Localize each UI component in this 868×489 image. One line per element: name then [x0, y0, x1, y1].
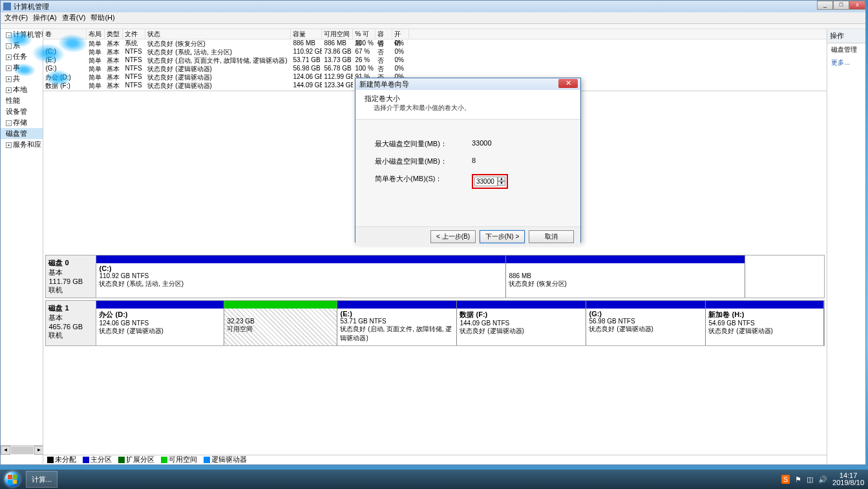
window-title: 计算机管理 [14, 2, 49, 12]
partition[interactable]: 886 MB状态良好 (恢复分区) [506, 255, 745, 298]
wizard-next-button[interactable]: 下一步(N) > [480, 230, 525, 243]
taskbar: 计算... S ⚑ ◫ 🔊 14:17 2019/8/10 [0, 470, 868, 489]
tree-item[interactable]: +服务和应 [1, 139, 43, 150]
wizard-titlebar[interactable]: 新建简单卷向导 ✕ [355, 78, 580, 90]
expand-icon[interactable]: - [6, 32, 12, 38]
menubar: 文件(F) 操作(A) 查看(V) 帮助(H) [1, 12, 865, 24]
toolbar [1, 24, 865, 29]
legend-swatch-primary [83, 457, 89, 463]
legend-label: 逻辑驱动器 [211, 455, 247, 463]
scroll-left-button[interactable]: ◄ [1, 446, 10, 455]
col-overhead[interactable]: 开销 [392, 29, 409, 39]
tree-scrollbar[interactable]: ◄ ► [1, 445, 43, 455]
menu-file[interactable]: 文件(F) [3, 13, 29, 23]
col-volume[interactable]: 卷 [43, 29, 87, 39]
disk-label[interactable]: 磁盘 1 基本 465.76 GB 联机 [46, 301, 96, 345]
disk-label[interactable]: 磁盘 0 基本 111.79 GB 联机 [46, 255, 96, 298]
expand-icon[interactable]: + [6, 65, 12, 71]
volume-row[interactable]: (C:)简单基本NTFS状态良好 (系统, 活动, 主分区)110.92 GB7… [43, 48, 827, 56]
spinner-down-button[interactable]: ▼ [498, 181, 505, 186]
wizard-max-value: 33000 [472, 139, 492, 149]
tree-item-disk-management[interactable]: 磁盘管 [1, 128, 43, 139]
legend-label: 未分配 [55, 455, 76, 463]
expand-icon[interactable]: + [6, 76, 12, 82]
tree-item[interactable]: 设备管 [1, 106, 43, 117]
tree-item[interactable]: 性能 [1, 95, 43, 106]
partition[interactable]: (E:)53.71 GB NTFS状态良好 (启动, 页面文件, 故障转储, 逻… [337, 301, 457, 345]
legend-swatch-logical [204, 457, 210, 463]
col-fault[interactable]: 容错 [376, 29, 392, 39]
wizard-min-value: 8 [472, 157, 476, 166]
partition[interactable]: 数据 (F:)144.09 GB NTFS状态良好 (逻辑驱动器) [457, 301, 586, 345]
wizard-dialog: 新建简单卷向导 ✕ 指定卷大小 选择介于最大和最小值的卷大小。 最大磁盘空间量(… [355, 78, 581, 243]
legend-swatch-extended [118, 457, 125, 463]
scroll-right-button[interactable]: ► [34, 446, 43, 455]
volume-row[interactable]: 简单基本状态良好 (恢复分区)886 MB886 MB100 %否0% [43, 39, 827, 48]
maximize-button[interactable]: □ [833, 1, 849, 10]
col-layout[interactable]: 布局 [87, 29, 105, 39]
expand-icon[interactable]: - [6, 120, 12, 126]
col-free[interactable]: 可用空间 [322, 29, 353, 39]
actions-more[interactable]: 更多... [827, 56, 865, 69]
volume-row[interactable]: (E:)简单基本NTFS状态良好 (启动, 页面文件, 故障转储, 逻辑驱动器)… [43, 56, 827, 65]
wizard-heading: 指定卷大小 [365, 94, 571, 103]
start-button[interactable] [0, 470, 25, 489]
expand-icon[interactable]: + [6, 142, 12, 148]
close-button[interactable]: x [849, 1, 865, 10]
col-status[interactable]: 状态 [145, 29, 291, 39]
col-type[interactable]: 类型 [105, 29, 123, 39]
spinner-up-button[interactable]: ▲ [498, 177, 505, 181]
legend-swatch-unalloc [47, 457, 54, 463]
menu-help[interactable]: 帮助(H) [89, 13, 116, 23]
disk-row-1: 磁盘 1 基本 465.76 GB 联机 办公 (D:)124.06 GB NT… [45, 300, 825, 346]
menu-action[interactable]: 操作(A) [32, 13, 58, 23]
tree-item[interactable]: -存储 [1, 117, 43, 128]
tree-item[interactable]: +本地 [1, 84, 43, 95]
titlebar[interactable]: 计算机管理 _ □ x [1, 1, 865, 12]
partition[interactable]: 32.23 GB可用空间 [224, 301, 337, 345]
tree-item[interactable]: -系 [1, 40, 43, 51]
actions-disk-mgmt[interactable]: 磁盘管理 [827, 43, 865, 56]
wizard-back-button[interactable]: < 上一步(B) [430, 230, 476, 243]
taskbar-item-computer-management[interactable]: 计算... [26, 471, 58, 488]
app-icon [3, 3, 11, 10]
partition[interactable]: (G:)56.98 GB NTFS状态良好 (逻辑驱动器) [586, 301, 706, 345]
wizard-size-input[interactable] [474, 177, 498, 186]
wizard-max-label: 最大磁盘空间量(MB)： [375, 139, 472, 149]
tray-flag-icon[interactable]: ⚑ [795, 475, 801, 484]
tree-item[interactable]: +任务 [1, 51, 43, 62]
wizard-size-label: 简单卷大小(MB)(S)： [375, 174, 472, 189]
expand-icon[interactable]: + [6, 87, 12, 93]
menu-view[interactable]: 查看(V) [61, 13, 87, 23]
col-pct[interactable]: % 可用 [353, 29, 376, 39]
wizard-title: 新建简单卷向导 [359, 80, 409, 89]
expand-icon[interactable]: + [6, 54, 12, 60]
tray-clock[interactable]: 14:17 2019/8/10 [832, 472, 864, 486]
minimize-button[interactable]: _ [817, 1, 833, 10]
windows-logo-icon [8, 475, 17, 484]
tree-item[interactable]: +共 [1, 73, 43, 84]
disk-row-0: 磁盘 0 基本 111.79 GB 联机 (C:)110.92 GB NTFS状… [45, 255, 825, 298]
col-fs[interactable]: 文件系统 [123, 29, 145, 39]
tray-date: 2019/8/10 [832, 479, 864, 486]
col-capacity[interactable]: 容量 [291, 29, 322, 39]
tree-root[interactable]: -计算机管理 [1, 29, 43, 40]
tree-item[interactable]: +事 [1, 62, 43, 73]
tray-network-icon[interactable]: ◫ [807, 475, 813, 484]
volume-row[interactable]: (G:)简单基本NTFS状态良好 (逻辑驱动器)56.98 GB56.78 GB… [43, 65, 827, 73]
partition[interactable]: (C:)110.92 GB NTFS状态良好 (系统, 活动, 主分区) [96, 255, 506, 298]
disk-state: 联机 [48, 286, 63, 294]
wizard-cancel-button[interactable]: 取消 [529, 230, 574, 243]
scroll-thumb[interactable] [11, 446, 34, 454]
expand-icon[interactable]: - [6, 43, 12, 49]
wizard-body: 最大磁盘空间量(MB)： 33000 最小磁盘空间量(MB)： 8 简单卷大小(… [355, 120, 580, 226]
wizard-close-button[interactable]: ✕ [558, 79, 578, 88]
system-tray: S ⚑ ◫ 🔊 14:17 2019/8/10 [781, 472, 868, 486]
volume-list-header: 卷 布局 类型 文件系统 状态 容量 可用空间 % 可用 容错 开销 [43, 29, 827, 39]
partition[interactable]: 办公 (D:)124.06 GB NTFS状态良好 (逻辑驱动器) [96, 301, 224, 345]
partition[interactable]: 新加卷 (H:)54.69 GB NTFS状态良好 (逻辑驱动器) [706, 301, 824, 345]
disk-title: 磁盘 0 [48, 259, 69, 266]
disk-state: 联机 [48, 331, 63, 339]
tray-sogou-icon[interactable]: S [781, 475, 790, 484]
tray-volume-icon[interactable]: 🔊 [818, 475, 827, 484]
